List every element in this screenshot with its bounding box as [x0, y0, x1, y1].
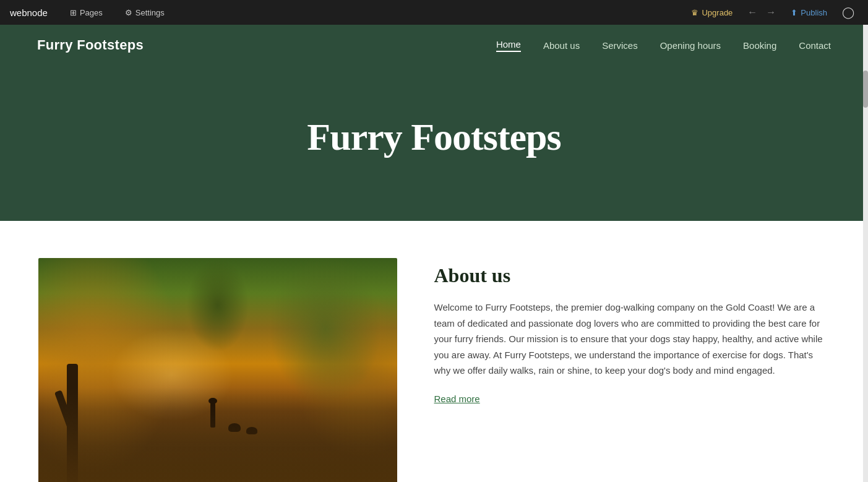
dog1-silhouette: [228, 423, 241, 432]
user-icon: ◯: [842, 6, 854, 19]
redo-button[interactable]: →: [762, 4, 780, 20]
crown-icon: ♛: [691, 8, 698, 17]
undo-button[interactable]: ←: [744, 4, 761, 20]
nav-home[interactable]: Home: [496, 39, 521, 52]
settings-label: Settings: [135, 8, 165, 17]
content-section: About us Welcome to Furry Footsteps, the…: [0, 221, 868, 482]
nav-about-us[interactable]: About us: [543, 40, 580, 51]
park-scene-illustration: [38, 258, 397, 482]
publish-label: Publish: [801, 8, 827, 17]
about-image: [38, 258, 397, 482]
scrollbar-thumb[interactable]: [863, 71, 868, 108]
website-preview: Furry Footsteps Home About us Services O…: [0, 25, 868, 482]
settings-icon: ⚙: [125, 8, 132, 17]
site-header: Furry Footsteps Home About us Services O…: [0, 25, 868, 66]
site-nav: Home About us Services Opening hours Boo…: [496, 39, 831, 52]
user-icon-button[interactable]: ◯: [838, 3, 858, 22]
read-more-link[interactable]: Read more: [434, 394, 480, 404]
pages-button[interactable]: ⊞ Pages: [65, 6, 108, 20]
toolbar: webnode ⊞ Pages ⚙ Settings ♛ Upgrade ← →…: [0, 0, 868, 25]
nav-contact[interactable]: Contact: [799, 40, 831, 51]
upgrade-label: Upgrade: [702, 8, 733, 17]
about-text: About us Welcome to Furry Footsteps, the…: [434, 258, 830, 405]
upgrade-button[interactable]: ♛ Upgrade: [685, 6, 739, 20]
webnode-logo: webnode: [10, 7, 48, 18]
scrollbar-track[interactable]: [863, 25, 868, 482]
tree-trunk: [67, 364, 78, 482]
about-body: Welcome to Furry Footsteps, the premier …: [434, 299, 830, 379]
person-silhouette: [210, 403, 215, 428]
publish-icon: ⬆: [791, 8, 797, 17]
pages-label: Pages: [80, 8, 103, 17]
hero-title: Furry Footsteps: [307, 115, 561, 159]
nav-booking[interactable]: Booking: [743, 40, 776, 51]
site-logo: Furry Footsteps: [37, 37, 144, 53]
undo-redo-group: ← →: [744, 4, 780, 20]
about-title: About us: [434, 264, 830, 287]
pages-icon: ⊞: [70, 8, 77, 17]
hero-section: Furry Footsteps: [0, 66, 868, 221]
nav-opening-hours[interactable]: Opening hours: [660, 40, 721, 51]
publish-button[interactable]: ⬆ Publish: [784, 6, 833, 20]
content-inner: About us Welcome to Furry Footsteps, the…: [38, 258, 830, 482]
light-beam: [110, 329, 234, 421]
toolbar-right: ♛ Upgrade ← → ⬆ Publish ◯: [685, 3, 858, 22]
settings-button[interactable]: ⚙ Settings: [120, 6, 170, 20]
dog2-silhouette: [246, 427, 257, 434]
nav-services[interactable]: Services: [602, 40, 638, 51]
